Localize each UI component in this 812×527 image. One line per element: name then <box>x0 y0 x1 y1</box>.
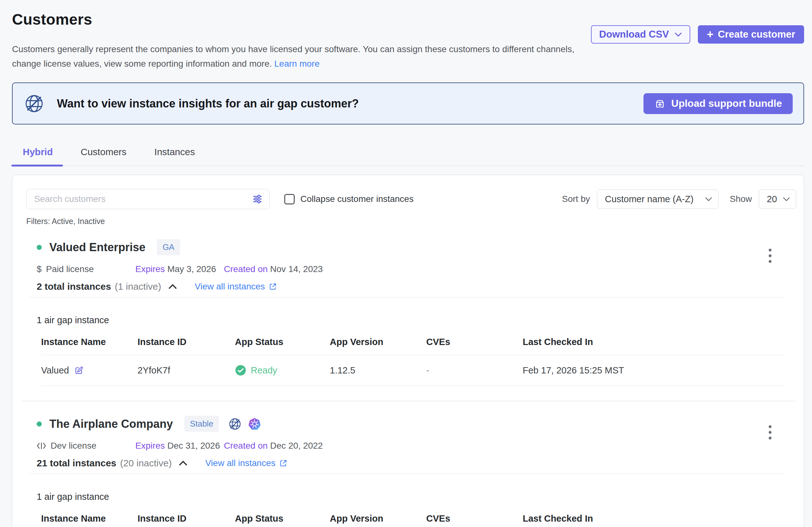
customer-section-airplane-company: The Airplane Company Stable <box>26 416 796 527</box>
edit-instance-icon[interactable] <box>74 365 84 375</box>
column-header-instance-id: Instance ID <box>137 513 235 524</box>
chevron-down-icon <box>675 32 682 37</box>
instances-inactive-count: (1 inactive) <box>115 281 161 292</box>
customer-meta: Dev license Expires Dec 31, 2026 Created… <box>37 441 796 451</box>
customer-name[interactable]: The Airplane Company <box>49 417 173 431</box>
download-csv-label: Download CSV <box>599 29 669 40</box>
search-input[interactable] <box>33 194 252 205</box>
instance-name: Valued <box>41 365 69 376</box>
license-type-label: Dev license <box>50 441 97 451</box>
collapse-instances-checkbox[interactable] <box>284 194 295 205</box>
view-all-instances-link[interactable]: View all instances <box>195 282 277 291</box>
create-customer-label: Create customer <box>718 29 795 40</box>
last-checked-in: Feb 17, 2026 15:25 MST <box>523 365 785 376</box>
customer-menu-button[interactable] <box>766 423 774 442</box>
instances-summary-row: 2 total instances (1 inactive) View all … <box>37 281 796 292</box>
customer-meta: $ Paid license Expires May 3, 2026 Creat… <box>37 264 796 274</box>
instances-table: Instance Name Instance ID App Status App… <box>41 337 785 386</box>
download-csv-button[interactable]: Download CSV <box>591 25 690 44</box>
instances-summary-row: 21 total instances (20 inactive) View al… <box>37 458 796 469</box>
customers-card: Collapse customer instances Sort by Cust… <box>12 175 804 527</box>
upload-support-bundle-label: Upload support bundle <box>671 97 782 109</box>
chevron-up-icon[interactable] <box>167 283 178 291</box>
table-header-row: Instance Name Instance ID App Status App… <box>41 513 785 527</box>
created-on-label: Created on <box>224 264 268 274</box>
active-status-dot <box>37 245 42 250</box>
filter-sliders-icon[interactable] <box>252 193 263 205</box>
sort-by-label: Sort by <box>562 194 590 204</box>
upload-support-bundle-button[interactable]: Upload support bundle <box>643 93 793 114</box>
sort-by-select[interactable]: Customer name (A-Z) <box>597 189 719 209</box>
airgap-globe-icon <box>24 93 44 114</box>
view-all-instances-link[interactable]: View all instances <box>205 458 287 468</box>
tab-customers[interactable]: Customers <box>79 147 128 166</box>
column-header-instance-id: Instance ID <box>137 337 235 347</box>
customer-menu-button[interactable] <box>766 246 774 266</box>
instance-id: 2YfoK7f <box>137 365 235 376</box>
column-header-last-checked-in: Last Checked In <box>523 513 785 524</box>
search-box <box>26 189 270 209</box>
show-label: Show <box>730 194 752 204</box>
chevron-down-icon <box>705 197 712 201</box>
airgap-instance-count: 1 air gap instance <box>37 315 796 326</box>
created-on-field: Created on Dec 20, 2022 <box>224 441 323 451</box>
toolbar: Collapse customer instances Sort by Cust… <box>26 189 796 209</box>
tab-hybrid[interactable]: Hybrid <box>21 147 54 166</box>
header-actions: Download CSV + Create customer <box>591 25 804 44</box>
sort-by-value: Customer name (A-Z) <box>605 194 693 205</box>
app-version: 1.12.5 <box>330 365 426 376</box>
instances-inactive-count: (20 inactive) <box>120 458 172 469</box>
filters-summary: Filters: Active, Inactive <box>26 217 796 226</box>
instances-table: Instance Name Instance ID App Status App… <box>41 513 785 527</box>
show-select[interactable]: 20 <box>759 189 796 209</box>
channel-badge: GA <box>157 239 180 255</box>
chevron-up-icon[interactable] <box>177 459 189 467</box>
created-on-date: Nov 14, 2023 <box>270 264 323 274</box>
upload-icon <box>654 98 666 109</box>
license-type: Dev license <box>37 441 135 451</box>
show-value: 20 <box>767 194 777 205</box>
column-header-app-version: App Version <box>330 513 426 524</box>
column-header-app-status: App Status <box>235 513 330 524</box>
code-icon <box>37 442 46 450</box>
license-type-label: Paid license <box>46 264 94 274</box>
install-type-icons <box>228 417 261 431</box>
section-divider <box>29 473 785 474</box>
app-status-label: Ready <box>251 365 277 376</box>
instances-total: 2 total instances <box>37 281 111 292</box>
cves-value: - <box>426 365 523 376</box>
column-header-app-version: App Version <box>330 337 426 347</box>
customer-separator <box>22 401 796 401</box>
customer-name[interactable]: Valued Enterprise <box>49 241 145 254</box>
kubernetes-icon <box>248 417 261 431</box>
airgap-banner: Want to view instance insights for an ai… <box>12 82 804 124</box>
instances-total: 21 total instances <box>37 458 116 469</box>
learn-more-link[interactable]: Learn more <box>274 59 320 69</box>
expires-date: May 3, 2026 <box>167 264 216 274</box>
status-check-icon <box>235 365 246 376</box>
external-link-icon <box>279 459 287 467</box>
active-status-dot <box>37 421 42 426</box>
create-customer-button[interactable]: + Create customer <box>698 25 804 44</box>
customer-section-valued-enterprise: Valued Enterprise GA $ Paid license Expi… <box>26 239 796 386</box>
list-controls: Sort by Customer name (A-Z) Show 20 <box>562 189 796 209</box>
customer-header: The Airplane Company Stable <box>37 416 796 432</box>
banner-title: Want to view instance insights for an ai… <box>57 97 643 110</box>
section-divider <box>29 297 785 297</box>
plus-icon: + <box>707 29 713 40</box>
page-description: Customers generally represent the compan… <box>12 42 578 71</box>
collapse-instances-label: Collapse customer instances <box>300 194 414 204</box>
customer-header: Valued Enterprise GA <box>37 239 796 255</box>
app-status-cell: Ready <box>235 365 330 376</box>
column-header-cves: CVEs <box>426 337 523 347</box>
expires-label: Expires <box>135 264 165 274</box>
external-link-icon <box>269 283 277 291</box>
airgap-globe-icon <box>228 417 242 431</box>
expires-field: Expires Dec 31, 2026 <box>135 441 224 451</box>
tab-bar: Hybrid Customers Instances <box>12 147 804 166</box>
page-header: Customers Download CSV + Create customer… <box>0 0 812 71</box>
expires-field: Expires May 3, 2026 <box>135 264 224 274</box>
column-header-instance-name: Instance Name <box>41 513 137 524</box>
created-on-field: Created on Nov 14, 2023 <box>224 264 323 274</box>
tab-instances[interactable]: Instances <box>153 147 196 166</box>
